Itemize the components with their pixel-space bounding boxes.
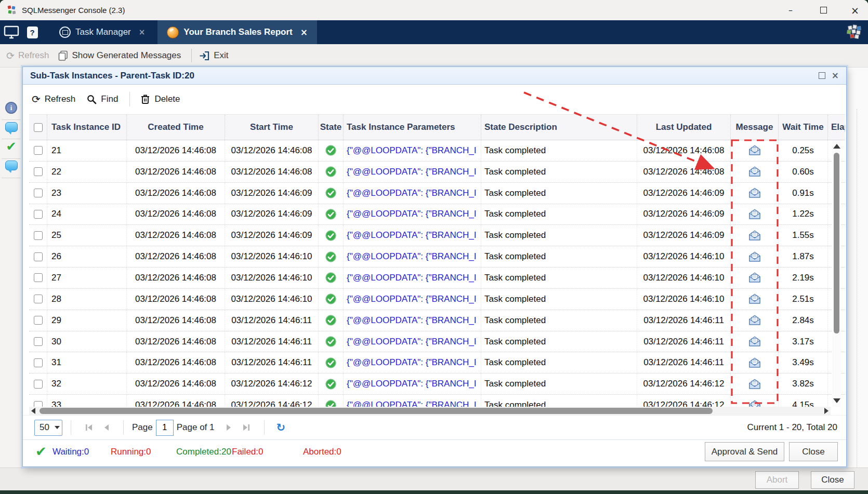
row-checkbox[interactable] <box>34 146 43 155</box>
table-row[interactable]: 24 03/12/2026 14:46:08 03/12/2026 14:46:… <box>29 204 845 225</box>
table-row[interactable]: 30 03/12/2026 14:46:08 03/12/2026 14:46:… <box>29 331 845 353</box>
find-button[interactable]: Find <box>87 94 118 104</box>
cell-task-instance-parameters[interactable]: {"@@LOOPDATA": {"BRANCH_I <box>344 331 481 352</box>
scroll-left-arrow[interactable] <box>31 408 35 414</box>
row-checkbox[interactable] <box>34 316 43 325</box>
cell-task-instance-parameters[interactable]: {"@@LOOPDATA": {"BRANCH_I <box>344 310 481 331</box>
show-generated-messages-button[interactable]: Show Generated Messages <box>58 50 181 61</box>
tab-branch-sales-report[interactable]: Your Branch Sales Report × <box>157 20 317 44</box>
dialog-maximize-icon[interactable] <box>819 72 825 79</box>
cell-task-instance-parameters[interactable]: {"@@LOOPDATA": {"BRANCH_I <box>344 289 481 310</box>
help-icon[interactable]: ? <box>23 20 42 44</box>
message-envelope-icon[interactable] <box>748 209 761 220</box>
next-page-button[interactable] <box>226 424 232 431</box>
dialog-close-button[interactable]: Close <box>789 442 838 461</box>
table-row[interactable]: 21 03/12/2026 14:46:08 03/12/2026 14:46:… <box>29 140 845 162</box>
comment-bubble-icon[interactable] <box>0 122 22 132</box>
message-envelope-icon[interactable] <box>748 188 761 198</box>
page-size-select[interactable]: 50 <box>34 420 62 436</box>
horizontal-scrollbar[interactable] <box>29 407 831 415</box>
check-icon[interactable]: ✔ <box>0 140 22 153</box>
refresh-button[interactable]: ⟳ Refresh <box>6 50 49 61</box>
col-message[interactable]: Message <box>731 115 779 140</box>
minimize-button[interactable]: – <box>777 0 804 20</box>
row-checkbox[interactable] <box>34 401 43 407</box>
tab-close-icon[interactable]: × <box>139 28 146 37</box>
cell-task-instance-parameters[interactable]: {"@@LOOPDATA": {"BRANCH_I <box>344 246 481 267</box>
col-task-instance-parameters[interactable]: Task Instance Parameters <box>344 115 481 140</box>
row-checkbox[interactable] <box>34 380 43 389</box>
cell-task-instance-parameters[interactable]: {"@@LOOPDATA": {"BRANCH_I <box>344 140 481 161</box>
dialog-refresh-button[interactable]: ⟳ Refresh <box>32 94 75 104</box>
cell-task-instance-parameters[interactable]: {"@@LOOPDATA": {"BRANCH_I <box>344 162 481 182</box>
page-number-input[interactable] <box>156 420 174 436</box>
message-envelope-icon[interactable] <box>748 315 761 326</box>
message-envelope-icon[interactable] <box>748 166 761 177</box>
message-envelope-icon[interactable] <box>748 336 761 347</box>
scroll-up-arrow[interactable] <box>833 144 840 149</box>
row-checkbox[interactable] <box>34 167 43 176</box>
cell-task-instance-parameters[interactable]: {"@@LOOPDATA": {"BRANCH_I <box>344 373 481 394</box>
maximize-button[interactable] <box>810 0 837 20</box>
table-row[interactable]: 33 03/12/2026 14:46:08 03/12/2026 14:46:… <box>29 395 845 407</box>
col-last-updated[interactable]: Last Updated <box>637 115 731 140</box>
delete-button[interactable]: Delete <box>140 94 180 104</box>
row-checkbox[interactable] <box>34 189 43 197</box>
table-row[interactable]: 22 03/12/2026 14:46:08 03/12/2026 14:46:… <box>29 162 845 183</box>
tab-close-icon[interactable]: × <box>300 27 308 37</box>
row-checkbox[interactable] <box>34 273 43 282</box>
abort-button[interactable]: Abort <box>755 471 799 489</box>
table-row[interactable]: 32 03/12/2026 14:46:08 03/12/2026 14:46:… <box>29 373 845 395</box>
table-row[interactable]: 28 03/12/2026 14:46:08 03/12/2026 14:46:… <box>29 289 845 310</box>
cell-task-instance-parameters[interactable]: {"@@LOOPDATA": {"BRANCH_I <box>344 225 481 246</box>
scroll-down-arrow[interactable] <box>833 398 840 403</box>
col-wait-time[interactable]: Wait Time <box>779 115 828 140</box>
info-icon[interactable]: i <box>0 102 22 114</box>
last-page-button[interactable] <box>242 424 251 431</box>
col-state-description[interactable]: State Description <box>481 115 637 140</box>
table-row[interactable]: 27 03/12/2026 14:46:08 03/12/2026 14:46:… <box>29 268 845 289</box>
message-envelope-icon[interactable] <box>748 230 761 241</box>
exit-button[interactable]: Exit <box>199 50 228 61</box>
col-elapsed[interactable]: Elapsed <box>828 115 845 140</box>
cell-task-instance-parameters[interactable]: {"@@LOOPDATA": {"BRANCH_I <box>344 395 481 407</box>
row-checkbox[interactable] <box>34 210 43 219</box>
dialog-close-icon[interactable]: × <box>832 71 839 80</box>
message-envelope-icon[interactable] <box>748 145 761 156</box>
col-state[interactable]: State <box>319 115 344 140</box>
previous-page-button[interactable] <box>103 424 110 431</box>
close-button[interactable]: × <box>841 0 868 20</box>
message-envelope-icon[interactable] <box>748 272 761 283</box>
vertical-scrollbar[interactable] <box>832 140 841 407</box>
cell-task-instance-parameters[interactable]: {"@@LOOPDATA": {"BRANCH_I <box>344 183 481 204</box>
cell-task-instance-parameters[interactable]: {"@@LOOPDATA": {"BRANCH_I <box>344 352 481 373</box>
message-envelope-icon[interactable] <box>748 357 761 368</box>
row-checkbox[interactable] <box>34 231 43 240</box>
table-row[interactable]: 31 03/12/2026 14:46:08 03/12/2026 14:46:… <box>29 352 845 373</box>
console-monitor-icon[interactable] <box>0 20 23 44</box>
table-row[interactable]: 26 03/12/2026 14:46:08 03/12/2026 14:46:… <box>29 246 845 268</box>
footer-close-button[interactable]: Close <box>811 471 854 489</box>
message-envelope-icon[interactable] <box>748 293 761 304</box>
row-checkbox[interactable] <box>34 358 43 367</box>
select-all-checkbox[interactable] <box>34 123 43 132</box>
row-checkbox[interactable] <box>34 295 43 303</box>
pager-refresh-icon[interactable]: ↻ <box>276 421 285 434</box>
table-row[interactable]: 25 03/12/2026 14:46:08 03/12/2026 14:46:… <box>29 225 845 246</box>
table-row[interactable]: 23 03/12/2026 14:46:08 03/12/2026 14:46:… <box>29 183 845 204</box>
scroll-right-arrow[interactable] <box>824 408 828 414</box>
message-envelope-icon[interactable] <box>748 379 761 390</box>
row-checkbox[interactable] <box>34 337 43 346</box>
cubes-app-icon[interactable] <box>847 24 862 40</box>
col-start-time[interactable]: Start Time <box>225 115 319 140</box>
table-row[interactable]: 29 03/12/2026 14:46:08 03/12/2026 14:46:… <box>29 310 845 331</box>
col-created-time[interactable]: Created Time <box>127 115 225 140</box>
comment-bubble-icon[interactable] <box>0 161 22 170</box>
first-page-button[interactable] <box>85 424 93 431</box>
cell-task-instance-parameters[interactable]: {"@@LOOPDATA": {"BRANCH_I <box>344 268 481 288</box>
horizontal-scroll-thumb[interactable] <box>40 408 713 414</box>
tab-task-manager[interactable]: Task Manager × <box>50 20 154 44</box>
col-task-instance-id[interactable]: Task Instance ID <box>47 115 127 140</box>
vertical-scroll-thumb[interactable] <box>834 153 839 333</box>
message-envelope-icon[interactable] <box>748 251 761 262</box>
